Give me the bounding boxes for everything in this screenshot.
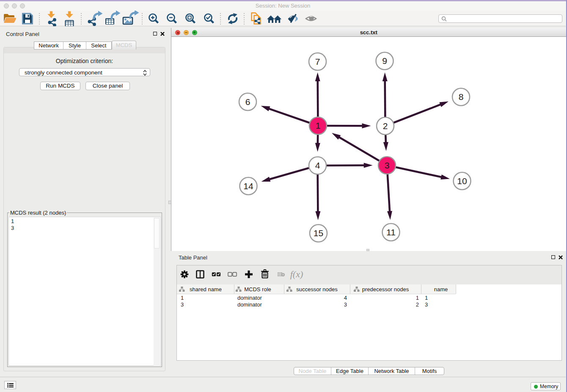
svg-text:8: 8 <box>459 92 464 102</box>
svg-text:2: 2 <box>383 121 388 131</box>
svg-text:1: 1 <box>316 121 321 130</box>
svg-text:14: 14 <box>243 181 253 191</box>
svg-text:15: 15 <box>314 228 323 238</box>
svg-text:4: 4 <box>315 160 320 170</box>
svg-text:9: 9 <box>382 56 387 66</box>
svg-text:11: 11 <box>386 227 396 237</box>
svg-text:10: 10 <box>457 176 467 186</box>
svg-text:7: 7 <box>315 57 320 66</box>
svg-text:f(x): f(x) <box>290 269 303 279</box>
svg-text:3: 3 <box>385 160 390 170</box>
svg-text:6: 6 <box>245 97 250 107</box>
